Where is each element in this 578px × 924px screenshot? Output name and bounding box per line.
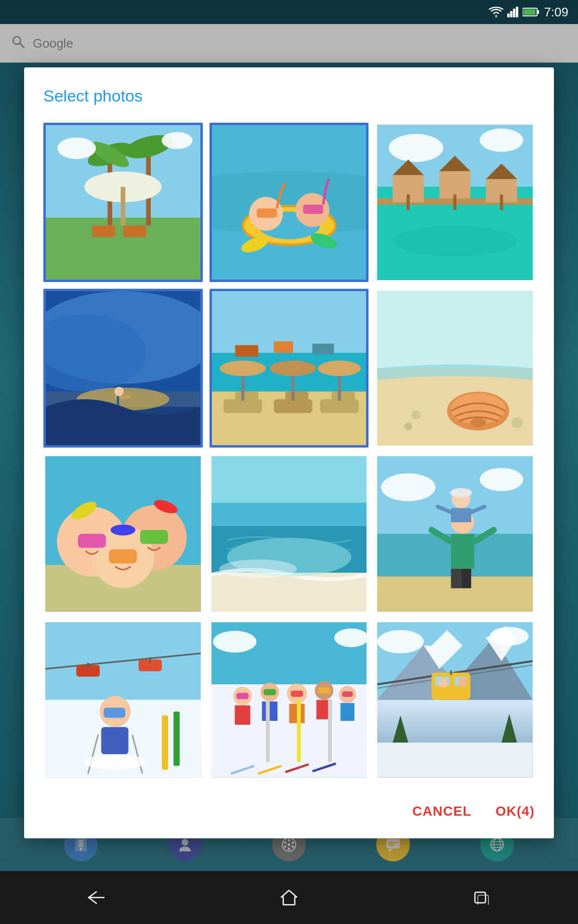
svg-point-67 — [220, 360, 266, 376]
svg-rect-5 — [537, 10, 539, 14]
svg-rect-18 — [92, 225, 115, 237]
svg-rect-197 — [475, 892, 486, 903]
svg-rect-140 — [263, 689, 276, 695]
svg-marker-196 — [281, 890, 297, 905]
photo-item-4[interactable] — [43, 289, 203, 448]
svg-point-102 — [381, 474, 435, 501]
photo-item-7[interactable] — [43, 454, 203, 614]
svg-point-170 — [439, 678, 448, 687]
svg-rect-88 — [140, 530, 168, 544]
svg-rect-63 — [235, 391, 258, 400]
svg-rect-149 — [342, 692, 353, 697]
cancel-button[interactable]: CANCEL — [412, 799, 472, 824]
svg-rect-156 — [328, 700, 332, 762]
svg-rect-155 — [297, 700, 301, 762]
svg-rect-93 — [211, 456, 367, 503]
back-button[interactable] — [77, 878, 116, 917]
svg-rect-70 — [320, 399, 358, 413]
svg-point-34 — [389, 134, 444, 162]
svg-point-81 — [512, 417, 523, 428]
ok-button[interactable]: OK(4) — [496, 799, 535, 824]
svg-rect-42 — [453, 194, 456, 210]
signal-icon — [507, 7, 519, 17]
svg-rect-1 — [510, 11, 512, 17]
svg-rect-61 — [312, 344, 334, 354]
photo-item-3[interactable] — [375, 123, 535, 282]
svg-rect-113 — [451, 508, 472, 522]
svg-rect-129 — [173, 712, 180, 766]
svg-rect-128 — [162, 716, 168, 770]
battery-icon — [523, 7, 540, 17]
svg-point-73 — [317, 360, 361, 376]
svg-rect-146 — [318, 688, 330, 694]
svg-rect-59 — [235, 345, 258, 357]
photo-item-12[interactable] — [375, 620, 535, 780]
svg-rect-154 — [266, 700, 270, 762]
svg-rect-148 — [340, 703, 354, 721]
photo-item-6[interactable] — [375, 289, 535, 448]
svg-rect-71 — [331, 391, 355, 400]
status-bar: 7:09 — [0, 0, 578, 24]
dialog-actions: CANCEL OK(4) — [43, 794, 535, 824]
svg-rect-6 — [524, 9, 536, 15]
svg-point-163 — [490, 627, 529, 646]
svg-rect-64 — [274, 399, 312, 413]
photo-item-5[interactable] — [210, 289, 369, 448]
svg-rect-143 — [290, 691, 303, 697]
svg-rect-0 — [507, 13, 510, 17]
svg-point-92 — [111, 525, 136, 536]
photo-grid — [43, 123, 535, 780]
photo-item-10[interactable] — [43, 620, 203, 780]
svg-rect-62 — [223, 399, 262, 413]
svg-point-69 — [270, 360, 316, 376]
svg-rect-28 — [257, 208, 277, 218]
svg-marker-174 — [501, 714, 517, 743]
svg-point-103 — [480, 468, 523, 491]
svg-rect-136 — [235, 706, 250, 725]
svg-rect-87 — [78, 534, 106, 548]
dialog-title: Select photos — [43, 87, 535, 105]
svg-point-20 — [57, 138, 96, 159]
photo-item-9[interactable] — [375, 454, 535, 614]
svg-rect-108 — [451, 569, 461, 588]
svg-rect-89 — [109, 550, 137, 564]
svg-rect-109 — [461, 569, 472, 588]
svg-point-79 — [411, 410, 420, 419]
nav-bar — [0, 871, 578, 924]
svg-rect-39 — [407, 194, 410, 210]
photo-item-11[interactable] — [210, 620, 369, 780]
home-button[interactable] — [270, 878, 308, 917]
svg-rect-172 — [377, 743, 533, 778]
svg-point-130 — [84, 754, 146, 770]
photo-item-2[interactable] — [210, 123, 369, 282]
svg-point-133 — [213, 631, 256, 653]
svg-rect-74 — [377, 291, 533, 368]
dialog: Select photos — [24, 67, 554, 838]
svg-point-54 — [115, 386, 124, 396]
svg-point-98 — [219, 560, 297, 578]
photo-item-8[interactable] — [210, 454, 369, 614]
svg-marker-173 — [393, 716, 408, 743]
photo-item-1[interactable] — [43, 123, 203, 282]
svg-rect-29 — [303, 205, 323, 214]
svg-point-21 — [161, 132, 192, 149]
svg-rect-17 — [121, 187, 126, 225]
svg-rect-65 — [285, 391, 308, 400]
svg-rect-2 — [513, 9, 515, 17]
svg-point-162 — [377, 630, 424, 653]
recents-button[interactable] — [462, 878, 501, 917]
svg-point-46 — [393, 226, 517, 257]
svg-point-78 — [471, 418, 486, 427]
svg-rect-60 — [274, 341, 293, 353]
status-icons: 7:09 — [489, 5, 568, 20]
wifi-icon — [489, 7, 503, 17]
svg-rect-3 — [516, 7, 518, 17]
svg-point-80 — [405, 423, 412, 430]
svg-rect-137 — [236, 693, 249, 699]
svg-rect-112 — [458, 489, 464, 494]
svg-rect-40 — [439, 171, 471, 198]
svg-rect-45 — [500, 194, 503, 210]
svg-point-35 — [480, 128, 523, 152]
svg-point-171 — [458, 678, 467, 687]
svg-rect-124 — [104, 707, 125, 718]
